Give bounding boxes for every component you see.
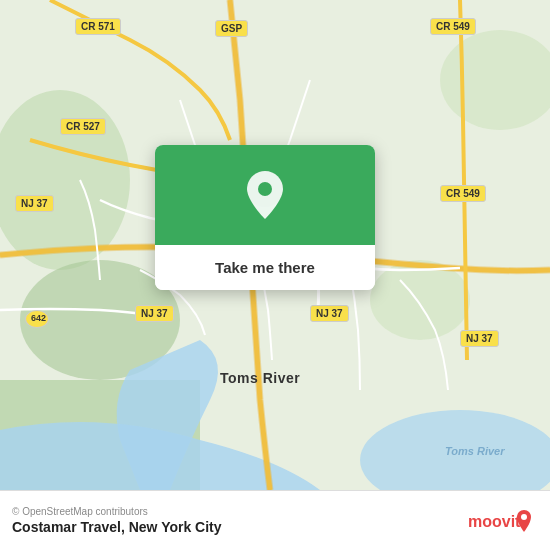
- road-label-nj37-right: NJ 37: [460, 330, 499, 347]
- map-container: CR 571 GSP CR 549 CR 527 NJ 37 CR 549 NJ…: [0, 0, 550, 490]
- road-label-nj37-mid2: NJ 37: [310, 305, 349, 322]
- copyright-text: © OpenStreetMap contributors: [12, 506, 222, 517]
- svg-point-8: [258, 182, 272, 196]
- svg-point-3: [370, 260, 470, 340]
- road-label-cr571: CR 571: [75, 18, 121, 35]
- moovit-logo-svg: moovit: [468, 506, 538, 536]
- water-label: Toms River: [445, 445, 505, 457]
- road-label-gsp: GSP: [215, 20, 248, 37]
- city-label: Toms River: [220, 370, 300, 386]
- footer-logo: moovit: [468, 506, 538, 536]
- road-label-nj37-left: NJ 37: [15, 195, 54, 212]
- road-label-nj37-mid1: NJ 37: [135, 305, 174, 322]
- road-label-cr549-top: CR 549: [430, 18, 476, 35]
- location-pin-icon: [243, 169, 287, 221]
- road-label-642: 642: [25, 310, 49, 328]
- road-label-cr549-right: CR 549: [440, 185, 486, 202]
- svg-point-9: [521, 514, 527, 520]
- popup-green-header: [155, 145, 375, 245]
- popup-card: Take me there: [155, 145, 375, 290]
- take-me-there-button[interactable]: Take me there: [155, 245, 375, 290]
- footer-left: © OpenStreetMap contributors Costamar Tr…: [12, 506, 222, 535]
- road-label-cr527: CR 527: [60, 118, 106, 135]
- svg-text:moovit: moovit: [468, 513, 521, 530]
- footer: © OpenStreetMap contributors Costamar Tr…: [0, 490, 550, 550]
- location-title: Costamar Travel, New York City: [12, 519, 222, 535]
